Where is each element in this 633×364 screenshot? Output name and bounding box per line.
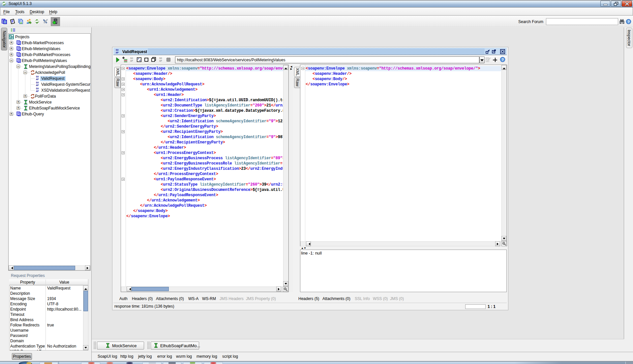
svg-text:?: ? (627, 20, 630, 24)
svg-text:?: ? (501, 58, 504, 62)
